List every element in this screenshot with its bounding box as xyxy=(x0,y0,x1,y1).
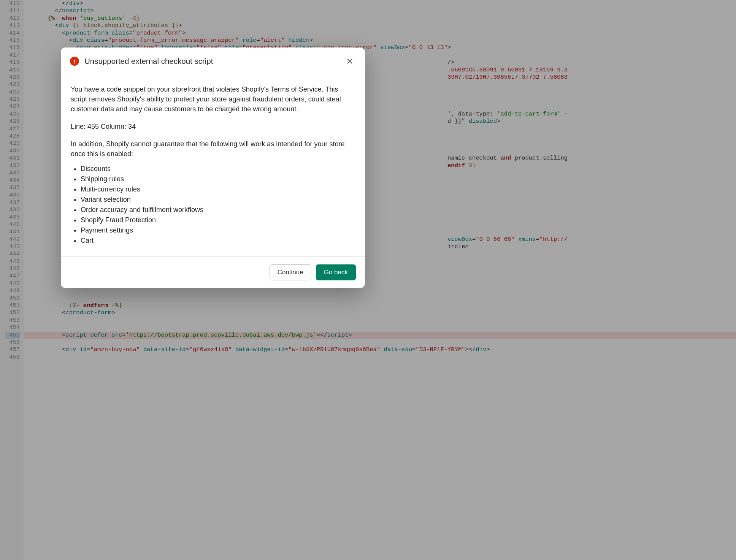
list-item: Cart xyxy=(81,236,355,245)
dialog-title: Unsupported external checkout script xyxy=(84,57,344,66)
list-item: Multi-currency rules xyxy=(81,184,355,194)
dialog-footer: Continue Go back xyxy=(61,256,365,288)
list-item: Payment settings xyxy=(81,225,355,235)
list-item: Shopify Fraud Protection xyxy=(81,215,355,225)
dialog-location: Line: 455 Column: 34 xyxy=(71,122,355,131)
dialog-issue-list: DiscountsShipping rulesMulti-currency ru… xyxy=(71,164,355,246)
dialog-body-text-1: You have a code snippet on your storefro… xyxy=(71,84,355,114)
go-back-button[interactable]: Go back xyxy=(316,264,356,280)
list-item: Discounts xyxy=(81,164,355,174)
close-button[interactable] xyxy=(344,55,356,67)
warning-dialog: ! Unsupported external checkout script Y… xyxy=(61,47,365,288)
list-item: Variant selection xyxy=(81,195,355,204)
dialog-header: ! Unsupported external checkout script xyxy=(61,47,365,75)
list-item: Order accuracy and fulfillment workflows xyxy=(81,205,355,215)
continue-button[interactable]: Continue xyxy=(270,264,311,280)
close-icon xyxy=(346,57,354,65)
dialog-body: You have a code snippet on your storefro… xyxy=(61,75,365,256)
error-icon: ! xyxy=(70,57,79,66)
list-item: Shipping rules xyxy=(81,174,355,184)
modal-overlay: ! Unsupported external checkout script Y… xyxy=(0,0,736,560)
dialog-body-text-2: In addition, Shopify cannot guarantee th… xyxy=(71,139,355,159)
